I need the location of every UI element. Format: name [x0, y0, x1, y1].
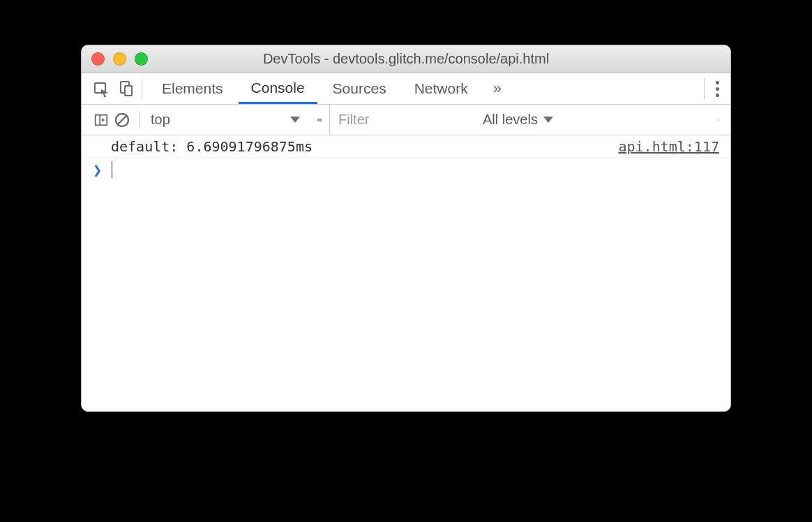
console-filter-input[interactable] — [338, 112, 467, 128]
log-source-link[interactable]: api.html:117 — [619, 138, 720, 155]
close-window-button[interactable] — [91, 52, 105, 66]
dropdown-triangle-icon — [290, 117, 300, 123]
filter-input-container — [329, 105, 476, 135]
log-message: default: 6.69091796875ms — [111, 138, 619, 155]
console-log-area: default: 6.69091796875ms api.html:117 ❯ — [82, 135, 730, 411]
window-title: DevTools - devtools.glitch.me/console/ap… — [82, 51, 730, 67]
text-caret — [112, 161, 112, 178]
svg-rect-3 — [96, 114, 107, 125]
kebab-menu-icon[interactable] — [713, 78, 722, 100]
devtools-tabs-row: Elements Console Sources Network » — [82, 73, 730, 105]
titlebar: DevTools - devtools.glitch.me/console/ap… — [82, 45, 730, 73]
toolbar-divider — [139, 111, 140, 129]
console-toolbar: top All levels — [82, 105, 730, 135]
tab-network[interactable]: Network — [402, 73, 481, 104]
devtools-menu — [704, 78, 730, 99]
chevron-right-double-icon: » — [493, 80, 502, 98]
window-controls — [91, 52, 148, 66]
tabs-overflow-button[interactable]: » — [483, 80, 511, 98]
live-expression-icon[interactable] — [310, 110, 329, 130]
zoom-window-button[interactable] — [135, 52, 148, 66]
toggle-console-sidebar-icon[interactable] — [91, 110, 111, 130]
svg-rect-2 — [125, 86, 132, 96]
minimize-window-button[interactable] — [113, 52, 126, 66]
inspect-controls — [82, 78, 142, 99]
svg-line-7 — [118, 116, 126, 124]
dropdown-triangle-icon — [543, 117, 553, 123]
tab-sources[interactable]: Sources — [320, 73, 399, 104]
console-settings-icon[interactable] — [711, 110, 730, 130]
log-levels-label: All levels — [483, 112, 538, 128]
log-levels-select[interactable]: All levels — [476, 112, 560, 128]
console-log-entry[interactable]: default: 6.69091796875ms api.html:117 — [82, 135, 730, 158]
clear-console-icon[interactable] — [112, 110, 132, 130]
prompt-chevron-icon: ❯ — [93, 161, 102, 179]
console-prompt[interactable]: ❯ — [82, 158, 730, 181]
panel-tabs: Elements Console Sources Network » — [142, 73, 704, 104]
svg-marker-5 — [102, 118, 105, 122]
svg-point-8 — [319, 119, 320, 121]
execution-context-label: top — [151, 112, 170, 128]
inspect-element-icon[interactable] — [91, 79, 111, 98]
console-toolbar-left — [82, 110, 135, 130]
device-toolbar-icon[interactable] — [116, 79, 136, 98]
devtools-window: DevTools - devtools.glitch.me/console/ap… — [81, 45, 731, 412]
execution-context-select[interactable]: top — [144, 112, 304, 128]
tab-elements[interactable]: Elements — [149, 73, 236, 104]
tab-console[interactable]: Console — [239, 73, 317, 104]
